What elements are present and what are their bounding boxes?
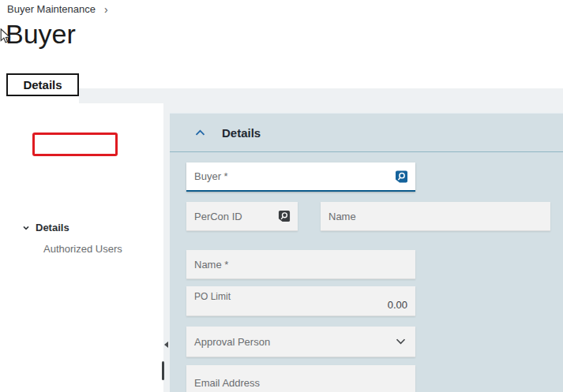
tree-item-details-label: Details (36, 222, 69, 233)
chevron-down-icon[interactable] (396, 338, 406, 345)
chevron-down-icon[interactable] (22, 224, 30, 232)
scrollbar-thumb[interactable] (162, 361, 164, 380)
tree-item-details[interactable]: Details (22, 222, 69, 233)
name-input[interactable] (186, 250, 415, 278)
chevron-up-icon[interactable] (195, 129, 205, 136)
details-panel-header[interactable]: Details (170, 114, 563, 152)
po-limit-field[interactable]: PO Limit 0.00 (186, 286, 415, 316)
name-display-input[interactable] (321, 202, 550, 230)
breadcrumb-link-buyer-maintenance[interactable]: Buyer Maintenance (7, 3, 96, 15)
details-panel-title: Details (222, 126, 261, 140)
collapse-panel-arrow-icon[interactable] (164, 342, 168, 348)
name-field (186, 250, 415, 279)
approval-person-placeholder: Approval Person (194, 336, 270, 348)
buyer-maintenance-screen: Buyer Maintenance › Buyer Details Detail… (0, 0, 563, 392)
page-title: Buyer (6, 19, 76, 50)
buyer-input[interactable] (186, 162, 415, 190)
value-help-search-icon[interactable] (395, 170, 408, 183)
buyer-field (186, 162, 415, 192)
po-limit-value: 0.00 (388, 299, 407, 311)
name-display-field (321, 202, 550, 231)
tab-details[interactable]: Details (6, 73, 79, 96)
tree-panel: Details Authorized Users (6, 103, 163, 392)
value-help-search-icon[interactable] (278, 210, 291, 222)
approval-person-select[interactable]: Approval Person (186, 327, 415, 357)
po-limit-label: PO Limit (194, 291, 231, 302)
tree-item-authorized-users[interactable]: Authorized Users (43, 243, 122, 255)
breadcrumb: Buyer Maintenance › (7, 3, 108, 15)
email-input[interactable] (186, 365, 415, 392)
percon-id-field (186, 202, 298, 231)
mouse-cursor-icon (0, 28, 11, 47)
panel-gutter (163, 113, 170, 392)
email-field (186, 365, 415, 392)
breadcrumb-separator-icon: › (104, 4, 108, 15)
